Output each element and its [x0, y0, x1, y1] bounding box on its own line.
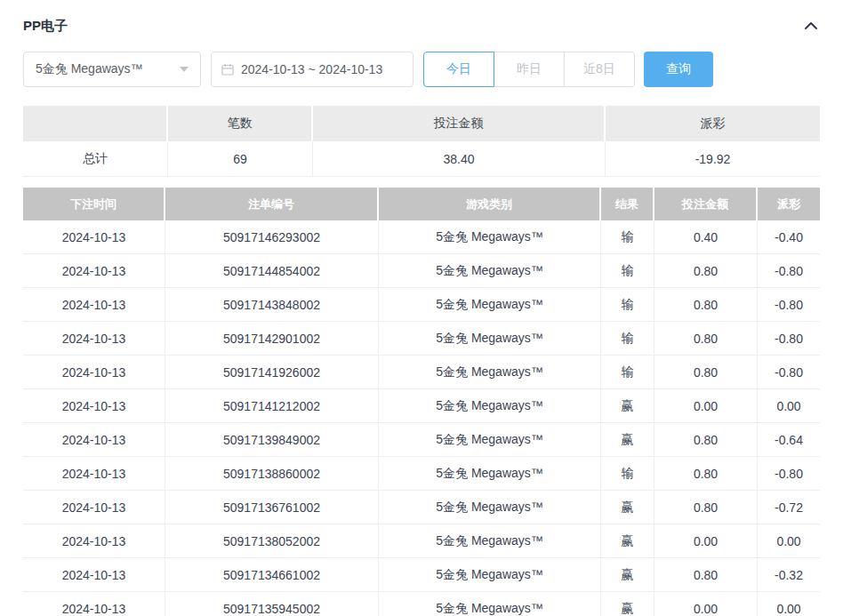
result-cell: 赢 — [601, 558, 654, 591]
summary-table: 笔数 投注金额 派彩 总计 69 38.40 -19.92 — [23, 106, 820, 177]
table-row: 2024-10-13509171380520025金兔 Megaways™赢0.… — [23, 524, 820, 558]
bet-id-cell: 50917139849002 — [165, 423, 379, 456]
payout-header: 派彩 — [758, 188, 820, 220]
chevron-up-icon — [804, 20, 818, 31]
bet-id-cell: 50917144854002 — [165, 254, 379, 287]
bet-amount-cell: 0.80 — [654, 356, 758, 388]
game-type-cell: 5金兔 Megaways™ — [379, 220, 601, 253]
bet-id-cell: 50917143848002 — [165, 288, 379, 321]
bet-amount-cell: 0.80 — [654, 457, 758, 490]
table-row: 2024-10-13509171462930025金兔 Megaways™输0.… — [23, 220, 820, 254]
table-row: 2024-10-13509171367610025金兔 Megaways™赢0.… — [23, 491, 820, 524]
game-type-header: 游戏类别 — [379, 188, 601, 220]
page-title: PP电子 — [23, 18, 68, 35]
bet-time-cell: 2024-10-13 — [23, 220, 165, 253]
caret-down-icon — [180, 67, 189, 72]
game-select-value: 5金兔 Megaways™ — [36, 61, 143, 77]
result-cell: 输 — [601, 254, 654, 287]
payout-cell: -0.72 — [758, 491, 820, 524]
bet-time-cell: 2024-10-13 — [23, 288, 165, 321]
bet-id-cell: 50917146293002 — [165, 220, 379, 253]
total-label-cell: 总计 — [23, 141, 168, 176]
filter-controls: 5金兔 Megaways™ 2024-10-13 ~ 2024-10-13 今日… — [23, 52, 820, 87]
summary-header-bet-amount: 投注金额 — [313, 106, 606, 141]
game-type-cell: 5金兔 Megaways™ — [379, 524, 601, 557]
table-row: 2024-10-13509171388600025金兔 Megaways™输0.… — [23, 457, 820, 491]
today-button[interactable]: 今日 — [423, 52, 494, 87]
bet-id-cell: 50917141212002 — [165, 389, 379, 422]
game-type-cell: 5金兔 Megaways™ — [379, 254, 601, 287]
bet-amount-cell: 0.80 — [654, 322, 758, 355]
bet-time-header: 下注时间 — [23, 188, 165, 220]
result-cell: 赢 — [601, 389, 654, 422]
game-type-cell: 5金兔 Megaways™ — [379, 322, 601, 355]
payout-cell: -0.40 — [758, 220, 820, 253]
table-row: 2024-10-13509171359450025金兔 Megaways™赢0.… — [23, 592, 820, 616]
result-cell: 赢 — [601, 524, 654, 557]
bet-amount-cell: 0.00 — [654, 592, 758, 616]
total-count-cell: 69 — [168, 141, 313, 176]
table-row: 2024-10-13509171438480025金兔 Megaways™输0.… — [23, 288, 820, 322]
payout-cell: -0.80 — [758, 356, 820, 388]
bet-id-cell: 50917134661002 — [165, 558, 379, 591]
bet-amount-cell: 0.80 — [654, 558, 758, 591]
date-range-value: 2024-10-13 ~ 2024-10-13 — [241, 62, 382, 76]
bet-id-cell: 50917142901002 — [165, 322, 379, 355]
game-type-cell: 5金兔 Megaways™ — [379, 457, 601, 490]
last-8-days-button[interactable]: 近8日 — [564, 52, 635, 87]
payout-cell: -0.80 — [758, 322, 820, 355]
game-type-cell: 5金兔 Megaways™ — [379, 389, 601, 422]
bet-amount-cell: 0.00 — [654, 524, 758, 557]
records-table-header: 下注时间注单编号游戏类别结果投注金额派彩 — [23, 188, 820, 220]
bet-amount-cell: 0.80 — [654, 491, 758, 524]
records-table-body: 2024-10-13509171462930025金兔 Megaways™输0.… — [23, 220, 820, 616]
bet-time-cell: 2024-10-13 — [23, 322, 165, 355]
result-cell: 输 — [601, 322, 654, 355]
collapse-panel-button[interactable] — [802, 17, 820, 35]
bet-id-cell: 50917141926002 — [165, 356, 379, 388]
bet-id-cell: 50917136761002 — [165, 491, 379, 524]
game-type-cell: 5金兔 Megaways™ — [379, 558, 601, 591]
result-cell: 赢 — [601, 491, 654, 524]
summary-header-empty — [23, 106, 168, 141]
total-payout-cell: -19.92 — [606, 141, 820, 176]
game-type-cell: 5金兔 Megaways™ — [379, 592, 601, 616]
panel-header: PP电子 — [23, 16, 820, 36]
bet-amount-header: 投注金额 — [654, 188, 758, 220]
table-row: 2024-10-13509171398490025金兔 Megaways™赢0.… — [23, 423, 820, 457]
bet-time-cell: 2024-10-13 — [23, 558, 165, 591]
quick-filter-group: 今日昨日近8日 — [423, 52, 635, 87]
summary-header-payout: 派彩 — [606, 106, 820, 141]
summary-table-header: 笔数 投注金额 派彩 — [23, 106, 820, 141]
game-type-cell: 5金兔 Megaways™ — [379, 288, 601, 321]
table-row: 2024-10-13509171412120025金兔 Megaways™赢0.… — [23, 389, 820, 423]
table-row: 2024-10-13509171346610025金兔 Megaways™赢0.… — [23, 558, 820, 592]
summary-header-count: 笔数 — [168, 106, 313, 141]
bet-time-cell: 2024-10-13 — [23, 423, 165, 456]
payout-cell: 0.00 — [758, 592, 820, 616]
game-select[interactable]: 5金兔 Megaways™ — [23, 52, 201, 87]
result-cell: 赢 — [601, 423, 654, 456]
game-type-cell: 5金兔 Megaways™ — [379, 491, 601, 524]
payout-cell: 0.00 — [758, 389, 820, 422]
query-button[interactable]: 查询 — [644, 52, 713, 87]
bet-time-cell: 2024-10-13 — [23, 389, 165, 422]
bet-amount-cell: 0.80 — [654, 254, 758, 287]
bet-time-cell: 2024-10-13 — [23, 254, 165, 287]
result-cell: 输 — [601, 457, 654, 490]
table-row: 2024-10-13509171448540025金兔 Megaways™输0.… — [23, 254, 820, 288]
table-row: 2024-10-13509171429010025金兔 Megaways™输0.… — [23, 322, 820, 356]
bet-id-cell: 50917135945002 — [165, 592, 379, 616]
payout-cell: -0.32 — [758, 558, 820, 591]
result-cell: 输 — [601, 356, 654, 388]
bet-time-cell: 2024-10-13 — [23, 457, 165, 490]
table-row: 2024-10-13509171419260025金兔 Megaways™输0.… — [23, 356, 820, 389]
bet-amount-cell: 0.40 — [654, 220, 758, 253]
payout-cell: -0.80 — [758, 457, 820, 490]
result-cell: 输 — [601, 288, 654, 321]
yesterday-button[interactable]: 昨日 — [494, 52, 565, 87]
result-cell: 赢 — [601, 592, 654, 616]
result-cell: 输 — [601, 220, 654, 253]
summary-total-row: 总计 69 38.40 -19.92 — [23, 141, 820, 177]
date-range-input[interactable]: 2024-10-13 ~ 2024-10-13 — [211, 52, 413, 87]
